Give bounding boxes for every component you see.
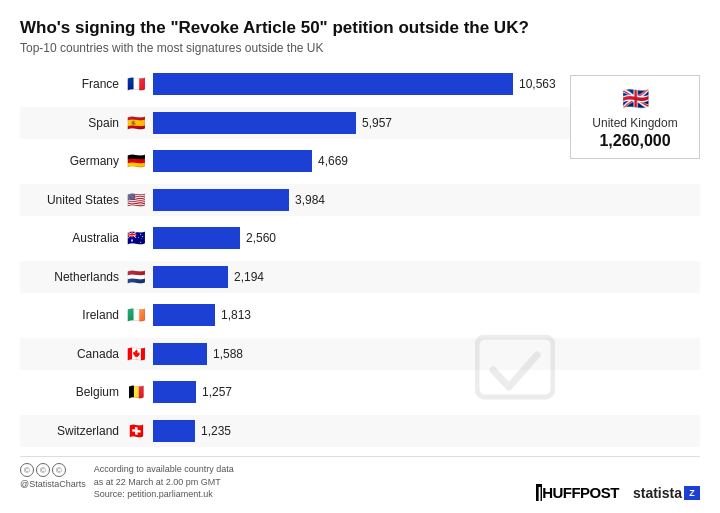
country-label: France <box>20 77 125 91</box>
bar-fill <box>153 73 513 95</box>
uk-flag-icon: 🇬🇧 <box>579 86 691 112</box>
footer-logos: |HUFFPOST statista Z <box>536 484 700 501</box>
statista-handle: @StatistaCharts <box>20 479 86 489</box>
bar-value: 2,560 <box>246 231 276 245</box>
country-label: Ireland <box>20 308 125 322</box>
country-label: Netherlands <box>20 270 125 284</box>
bar-container: 1,588 <box>153 343 700 365</box>
country-label: United States <box>20 193 125 207</box>
bar-container: 1,813 <box>153 304 700 326</box>
bar-row: Australia 🇦🇺 2,560 <box>20 222 700 254</box>
svg-rect-0 <box>477 337 553 397</box>
cc-icons: © © © <box>20 463 86 477</box>
bar-container: 3,984 <box>153 189 700 211</box>
bar-fill <box>153 266 228 288</box>
chart-area: France 🇫🇷 10,563 Spain 🇪🇸 5,957 Germany … <box>20 65 700 450</box>
bar-fill <box>153 189 289 211</box>
flag-icon: 🇺🇸 <box>125 192 147 208</box>
bar-row: Netherlands 🇳🇱 2,194 <box>20 261 700 293</box>
bar-row: Belgium 🇧🇪 1,257 <box>20 376 700 408</box>
flag-icon: 🇦🇺 <box>125 230 147 246</box>
huffpost-i-bar: | <box>536 484 542 501</box>
statista-logo-container: statista Z <box>633 485 700 501</box>
footer-left: © © © @StatistaCharts According to avail… <box>20 463 234 501</box>
chart-title: Who's signing the "Revoke Article 50" pe… <box>20 18 700 38</box>
bar-fill <box>153 150 312 172</box>
country-label: Canada <box>20 347 125 361</box>
flag-icon: 🇪🇸 <box>125 115 147 131</box>
country-label: Australia <box>20 231 125 245</box>
bar-fill <box>153 381 196 403</box>
uk-label: United Kingdom <box>579 116 691 130</box>
bar-fill <box>153 112 356 134</box>
country-label: Switzerland <box>20 424 125 438</box>
bar-value: 1,257 <box>202 385 232 399</box>
statista-icon: Z <box>684 486 700 500</box>
flag-icon: 🇧🇪 <box>125 384 147 400</box>
footer-source-text: According to available country data as a… <box>94 463 234 501</box>
uk-value: 1,260,000 <box>579 132 691 150</box>
flag-icon: 🇨🇭 <box>125 423 147 439</box>
country-label: Spain <box>20 116 125 130</box>
bar-value: 2,194 <box>234 270 264 284</box>
bar-container: 2,194 <box>153 266 700 288</box>
country-label: Germany <box>20 154 125 168</box>
bar-value: 1,235 <box>201 424 231 438</box>
bar-fill <box>153 227 240 249</box>
bar-fill <box>153 304 215 326</box>
bar-row: United States 🇺🇸 3,984 <box>20 184 700 216</box>
footer: © © © @StatistaCharts According to avail… <box>20 456 700 501</box>
uk-tooltip: 🇬🇧 United Kingdom 1,260,000 <box>570 75 700 159</box>
flag-icon: 🇳🇱 <box>125 269 147 285</box>
bar-value: 1,588 <box>213 347 243 361</box>
bar-fill <box>153 343 207 365</box>
bar-row: Switzerland 🇨🇭 1,235 <box>20 415 700 447</box>
country-label: Belgium <box>20 385 125 399</box>
bar-row: Canada 🇨🇦 1,588 <box>20 338 700 370</box>
flag-icon: 🇮🇪 <box>125 307 147 323</box>
bar-container: 1,235 <box>153 420 700 442</box>
bar-value: 10,563 <box>519 77 556 91</box>
footer-cc-handle: © © © @StatistaCharts <box>20 463 86 489</box>
bar-value: 1,813 <box>221 308 251 322</box>
bar-value: 5,957 <box>362 116 392 130</box>
flag-icon: 🇩🇪 <box>125 153 147 169</box>
bar-row: Ireland 🇮🇪 1,813 <box>20 299 700 331</box>
flag-icon: 🇨🇦 <box>125 346 147 362</box>
bar-container: 1,257 <box>153 381 700 403</box>
bar-container: 2,560 <box>153 227 700 249</box>
huffpost-logo: |HUFFPOST <box>536 484 619 501</box>
bar-fill <box>153 420 195 442</box>
bar-value: 3,984 <box>295 193 325 207</box>
chart-subtitle: Top-10 countries with the most signature… <box>20 41 700 55</box>
bar-value: 4,669 <box>318 154 348 168</box>
main-container: Who's signing the "Revoke Article 50" pe… <box>0 0 720 513</box>
watermark-icon <box>470 330 560 410</box>
flag-icon: 🇫🇷 <box>125 76 147 92</box>
statista-wordmark: statista <box>633 485 682 501</box>
